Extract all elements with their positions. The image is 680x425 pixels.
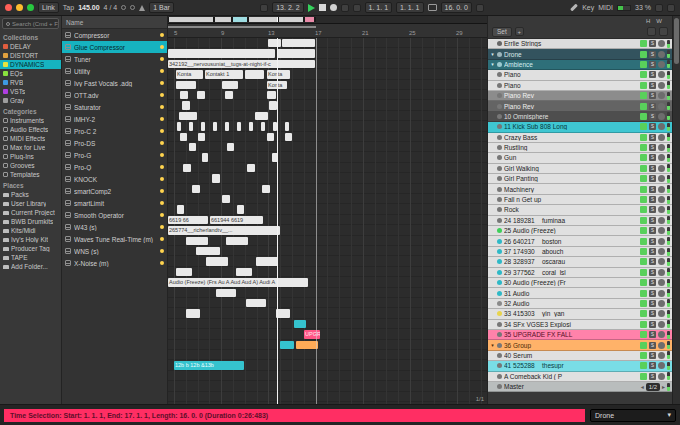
record-button[interactable] (330, 4, 337, 11)
device-item-ott-adv[interactable]: OTT.adv (62, 89, 167, 101)
track-row-piano[interactable]: PianoS (488, 70, 672, 80)
track-row-errlie-strings[interactable]: Errlie StringsS (488, 39, 672, 49)
follow-toggle[interactable] (260, 4, 268, 12)
arm-button[interactable] (658, 342, 665, 349)
device-item-compressor[interactable]: Compressor (62, 29, 167, 41)
device-item-w43-s[interactable]: W43 (s) (62, 221, 167, 233)
arm-button[interactable] (658, 113, 665, 120)
device-item-imhy-2[interactable]: iMHY-2 (62, 113, 167, 125)
device-item-smartcomp2[interactable]: smartComp2 (62, 185, 167, 197)
arrangement-clip[interactable] (186, 237, 208, 245)
track-name[interactable]: 26 640217__boston (504, 238, 638, 245)
arm-button[interactable] (658, 165, 665, 172)
track-activator-button[interactable] (640, 217, 647, 224)
track-name[interactable]: 35 UPGRADE FX FALL (504, 331, 638, 338)
search-input[interactable]: Search (Cmd + F) (2, 18, 59, 29)
track-row-29-377562-coral-lsl[interactable]: 29 377562__coral_lslS (488, 268, 672, 278)
arm-button[interactable] (658, 217, 665, 224)
nudge-up-button[interactable] (130, 5, 135, 10)
track-activator-button[interactable] (640, 144, 647, 151)
track-name[interactable]: 37 174930__abouch (504, 248, 638, 255)
favorite-dot[interactable] (160, 249, 164, 253)
arrangement-clip[interactable] (222, 81, 238, 89)
lock-envelopes-icon[interactable] (659, 27, 668, 36)
sidebar-item-packs[interactable]: Packs (0, 190, 61, 199)
arrangement-clip[interactable] (282, 39, 315, 47)
track-name[interactable]: Piano Rev (504, 103, 638, 110)
metronome-icon[interactable] (139, 5, 145, 11)
solo-button[interactable]: S (649, 206, 656, 213)
solo-button[interactable]: S (649, 290, 656, 297)
arrangement-clip[interactable] (212, 174, 220, 182)
arrangement-clip[interactable]: Konta (267, 70, 290, 78)
arrangement-clip[interactable]: 12b b 12b &13b (174, 361, 244, 369)
track-name[interactable]: Piano (504, 71, 638, 78)
track-activator-button[interactable] (640, 196, 647, 203)
track-row-rock[interactable]: RockS (488, 205, 672, 215)
sidebar-item-max-for-live[interactable]: Max for Live (0, 143, 61, 152)
arm-button[interactable] (658, 258, 665, 265)
arrangement-clip[interactable]: 661944 6619 (210, 216, 263, 224)
track-name[interactable]: 24 189281__fuminaa (504, 217, 638, 224)
browser-name-column-header[interactable]: Name (62, 16, 167, 29)
arrangement-clip[interactable] (245, 70, 264, 78)
arrangement-clip[interactable] (261, 122, 265, 130)
track-row-girl-panting[interactable]: Girl PantingS (488, 174, 672, 184)
track-name[interactable]: 41 525288__thesupr (504, 362, 638, 369)
track-name[interactable]: Rock (504, 206, 638, 213)
track-selector-dropdown[interactable]: Drone ▾ (590, 409, 676, 422)
track-row-machinery[interactable]: MachineryS (488, 184, 672, 194)
track-name[interactable]: 32 Audio (504, 300, 638, 307)
arrangement-clip[interactable] (237, 205, 244, 213)
link-toggle[interactable]: Link (38, 2, 59, 13)
draw-mode-pencil-icon[interactable] (570, 4, 578, 12)
draw-toggle-icon[interactable] (647, 27, 656, 36)
track-row-a-comeback-kid-p[interactable]: A Comeback Kid ( PS (488, 372, 672, 382)
punch-in-position[interactable]: 1. 1. 1 (365, 2, 392, 13)
track-activator-button[interactable] (640, 61, 647, 68)
track-activator-button[interactable] (640, 113, 647, 120)
solo-button[interactable]: S (649, 154, 656, 161)
track-activator-button[interactable] (640, 279, 647, 286)
arrangement-clip[interactable] (196, 247, 220, 255)
arrangement-grid[interactable]: 342192__nervousuniat__tugs-at-night-if-c… (168, 38, 487, 404)
track-row-10-omnisphere[interactable]: 10 OmnisphereS (488, 112, 672, 122)
arrangement-clip[interactable] (183, 164, 191, 172)
track-activator-button[interactable] (640, 103, 647, 110)
track-name[interactable]: 25 Audio (Freeze) (504, 227, 638, 234)
track-row-40-serum[interactable]: 40 SerumS (488, 351, 672, 361)
track-activator-button[interactable] (640, 227, 647, 234)
solo-button[interactable]: S (649, 238, 656, 245)
arrangement-clip[interactable] (267, 133, 274, 141)
solo-button[interactable]: S (649, 123, 656, 130)
arrangement-clip[interactable]: 6619 66 (168, 216, 208, 224)
arm-button[interactable] (658, 186, 665, 193)
track-activator-button[interactable] (640, 310, 647, 317)
track-name[interactable]: 29 377562__coral_lsl (504, 269, 638, 276)
timeline-ruler[interactable]: 591317212529 (168, 24, 487, 38)
nudge-down-button[interactable] (121, 5, 126, 10)
arrangement-position-display[interactable]: 13. 2. 2 (272, 2, 303, 13)
sidebar-item-gray[interactable]: Gray (0, 96, 61, 105)
arrangement-clip[interactable] (182, 101, 190, 109)
arrangement-clip[interactable] (277, 49, 315, 57)
track-row-drone[interactable]: ▾DroneS (488, 49, 672, 59)
arm-button[interactable] (658, 82, 665, 89)
arrangement-clip[interactable]: 342192__nervousuniat__tugs-at-night-if-c (168, 60, 315, 68)
arrangement-clip[interactable] (213, 122, 217, 130)
favorite-dot[interactable] (160, 225, 164, 229)
track-name[interactable]: 36 Group (504, 342, 638, 349)
arrangement-clip[interactable] (280, 341, 294, 349)
arm-button[interactable] (658, 279, 665, 286)
track-activator-button[interactable] (640, 248, 647, 255)
track-row-37-174930-abouch[interactable]: 37 174930__abouchS (488, 247, 672, 257)
sidebar-item-audio-effects[interactable]: Audio Effects (0, 125, 61, 134)
arrangement-clip[interactable] (267, 91, 276, 99)
sidebar-item-rvb[interactable]: RVB (0, 78, 61, 87)
arm-button[interactable] (658, 321, 665, 328)
track-name[interactable]: 30 Audio (Freeze) (Fr (504, 279, 638, 286)
solo-button[interactable]: S (649, 362, 656, 369)
favorite-dot[interactable] (160, 261, 164, 265)
arrangement-clip[interactable] (269, 101, 277, 109)
device-item-tuner[interactable]: Tuner (62, 53, 167, 65)
